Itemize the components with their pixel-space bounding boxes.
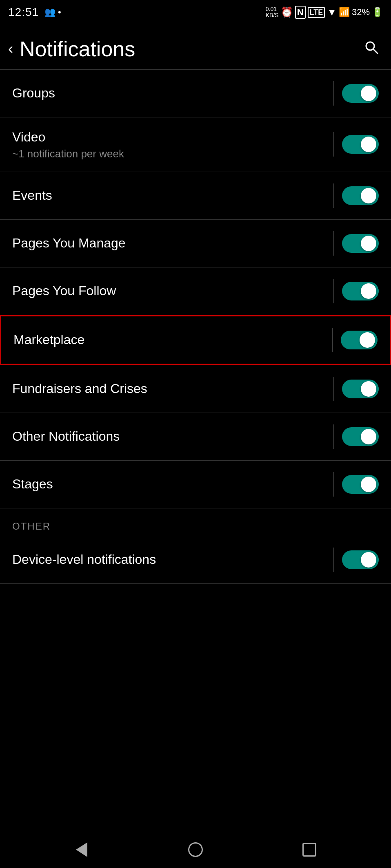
setting-label-other-notifications: Other Notifications [12,428,333,445]
setting-label-group-device-notifications: Device-level notifications [12,551,333,568]
svg-line-1 [373,49,378,53]
vertical-divider-other-notifications [333,424,334,449]
alarm-icon: ⏰ [281,7,293,18]
setting-right-device-notifications [333,548,379,572]
setting-sublabel-video: ~1 notification per week [12,148,333,160]
setting-right-video [333,132,379,157]
setting-label-group-pages-follow: Pages You Follow [12,283,333,300]
setting-item-other-notifications: Other Notifications [0,413,391,460]
vertical-divider-device-notifications [333,548,334,572]
toggle-knob-groups [361,86,376,101]
bottom-nav [0,831,391,868]
setting-item-device-notifications: Device-level notifications [0,536,391,583]
toggle-knob-events [361,188,376,203]
setting-item-stages: Stages [0,461,391,508]
vertical-divider-pages-manage [333,231,334,256]
wifi-icon: ▼ [327,7,337,18]
toggle-knob-device-notifications [361,552,376,568]
setting-label-group-groups: Groups [12,85,333,102]
setting-right-stages [333,472,379,497]
status-icons: 0.01 KB/S ⏰ N LTE ▼ 📶 32% 🔋 [266,6,383,19]
dot-icon: • [58,7,61,18]
toggle-knob-pages-follow [361,283,376,299]
battery-percent: 32% [352,7,370,18]
setting-label-groups: Groups [12,85,333,102]
setting-label-events: Events [12,187,333,204]
setting-label-group-fundraisers: Fundraisers and Crises [12,380,333,398]
lte-icon: LTE [308,7,325,18]
nav-back-button[interactable] [69,837,94,862]
setting-label-stages: Stages [12,476,333,493]
other-section-header: OTHER [0,508,391,536]
setting-item-groups: Groups [0,70,391,117]
recent-square-icon [302,843,316,857]
toggle-marketplace[interactable] [341,331,378,349]
vertical-divider-marketplace [332,328,333,352]
setting-label-group-marketplace: Marketplace [13,331,332,349]
setting-item-fundraisers: Fundraisers and Crises [0,365,391,413]
vertical-divider-events [333,183,334,208]
toggle-knob-marketplace [360,332,375,348]
nav-recent-button[interactable] [297,837,322,862]
status-bar: 12:51 👥 • 0.01 KB/S ⏰ N LTE ▼ 📶 32% 🔋 [0,0,391,24]
vertical-divider-stages [333,472,334,497]
setting-item-events: Events [0,172,391,219]
vertical-divider-video [333,132,334,157]
setting-item-pages-follow: Pages You Follow [0,267,391,315]
toggle-events[interactable] [342,186,379,205]
status-time: 12:51 [8,6,39,19]
nav-home-button[interactable] [183,837,208,862]
toggle-device-notifications[interactable] [342,550,379,569]
signal-icon: 📶 [339,7,350,18]
page-title: Notifications [20,37,135,61]
toggle-groups[interactable] [342,84,379,103]
setting-right-marketplace [332,328,378,352]
setting-right-pages-follow [333,279,379,303]
page-header: ‹ Notifications [0,29,391,69]
other-section-label: OTHER [12,521,379,532]
toggle-knob-video [361,137,376,152]
setting-label-group-pages-manage: Pages You Manage [12,235,333,252]
setting-right-other-notifications [333,424,379,449]
setting-right-fundraisers [333,377,379,401]
setting-item-marketplace: Marketplace [0,315,391,365]
nfc-icon: N [295,6,306,19]
setting-right-groups [333,81,379,106]
battery-icon: 🔋 [372,7,383,18]
vertical-divider-pages-follow [333,279,334,303]
toggle-other-notifications[interactable] [342,427,379,446]
toggle-pages-manage[interactable] [342,234,379,253]
toggle-fundraisers[interactable] [342,380,379,398]
setting-label-group-video: Video ~1 notification per week [12,129,333,160]
setting-item-pages-manage: Pages You Manage [0,220,391,267]
home-circle-icon [188,842,203,857]
setting-label-pages-manage: Pages You Manage [12,235,333,252]
back-button[interactable]: ‹ [8,42,13,56]
setting-label-marketplace: Marketplace [13,331,332,349]
search-button[interactable] [364,40,379,58]
setting-label-group-events: Events [12,187,333,204]
back-triangle-icon [76,842,87,857]
toggle-knob-other-notifications [361,429,376,444]
setting-label-fundraisers: Fundraisers and Crises [12,380,333,398]
setting-label-video: Video [12,129,333,146]
setting-item-video: Video ~1 notification per week [0,117,391,172]
header-left: ‹ Notifications [8,37,135,61]
bottom-spacer [0,584,391,625]
setting-right-events [333,183,379,208]
setting-right-pages-manage [333,231,379,256]
vertical-divider-groups [333,81,334,106]
setting-label-group-stages: Stages [12,476,333,493]
toggle-video[interactable] [342,135,379,154]
toggle-knob-stages [361,477,376,492]
toggle-pages-follow[interactable] [342,282,379,300]
vertical-divider-fundraisers [333,377,334,401]
toggle-knob-pages-manage [361,236,376,251]
toggle-stages[interactable] [342,475,379,494]
toggle-knob-fundraisers [361,381,376,397]
teams-icon: 👥 [44,7,56,18]
data-speed-icon: 0.01 KB/S [266,6,279,19]
setting-label-pages-follow: Pages You Follow [12,283,333,300]
settings-list: Groups Video ~1 notification per week Ev… [0,70,391,584]
status-left: 12:51 👥 • [8,6,61,19]
